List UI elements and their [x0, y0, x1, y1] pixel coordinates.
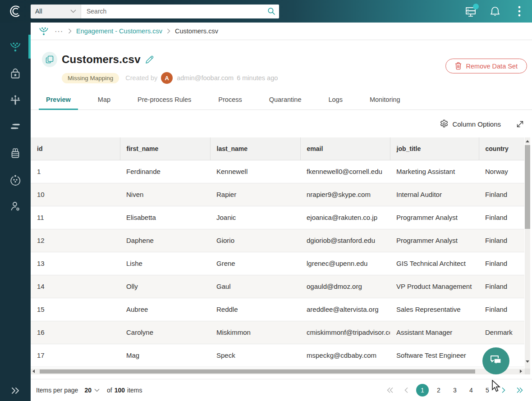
notifications-bell-icon — [490, 6, 500, 17]
horizontal-scrollbar[interactable] — [31, 369, 525, 374]
table-row[interactable]: 13LisheGrenelgrenec@upenn.eduGIS Technic… — [31, 252, 524, 275]
cell-id: 17 — [31, 344, 120, 367]
table-row[interactable]: 14OllyGaulogauld@dmoz.orgVP Product Mana… — [31, 275, 524, 298]
cell-last_name: Miskimmon — [210, 321, 300, 344]
cell-last_name: Grene — [210, 252, 300, 275]
vertical-scrollbar-thumb[interactable] — [525, 145, 530, 229]
cell-job_title: Assistant Manager — [390, 321, 479, 344]
avatar[interactable]: A — [161, 72, 173, 84]
chevron-right-icon — [68, 28, 72, 34]
breadcrumb-parent-link[interactable]: Engagement - Customers.csv — [76, 27, 162, 35]
sidebar-item-network[interactable] — [0, 166, 31, 193]
horizontal-scrollbar-thumb[interactable] — [40, 369, 475, 374]
previous-page-icon — [404, 387, 408, 393]
table-toolbar: Column Options — [440, 115, 532, 133]
sidebar-expand-button[interactable] — [0, 383, 31, 398]
cell-job_title: Programmer Analyst — [390, 229, 479, 252]
tab-bar: Preview Map Pre-process Rules Process Qu… — [31, 89, 532, 110]
cell-first_name: Aubree — [120, 298, 210, 321]
breadcrumb-current: Customers.csv — [175, 27, 218, 35]
previous-page-button[interactable] — [400, 384, 413, 396]
expand-table-button[interactable] — [516, 120, 524, 128]
cell-country: Finland — [479, 298, 524, 321]
edit-pencil-icon[interactable] — [145, 55, 154, 64]
chat-fab-button[interactable] — [482, 347, 509, 374]
status-badge-dot — [473, 4, 479, 9]
column-header-first-name[interactable]: first_name — [120, 137, 210, 160]
scroll-down-arrow-icon[interactable] — [526, 360, 529, 363]
column-header-id[interactable]: id — [31, 137, 120, 160]
server-status-button[interactable] — [464, 5, 477, 18]
tab-pre-process-rules[interactable]: Pre-process Rules — [130, 89, 198, 109]
scroll-left-arrow-icon[interactable] — [32, 369, 35, 373]
tab-quarantine[interactable]: Quarantine — [262, 89, 309, 109]
page-button-4[interactable]: 4 — [465, 384, 477, 396]
lock-star-icon — [9, 67, 22, 80]
first-page-button[interactable] — [384, 384, 396, 396]
page-button-2[interactable]: 2 — [432, 384, 445, 396]
network-nodes-icon — [9, 173, 22, 186]
scroll-up-arrow-icon[interactable] — [526, 140, 529, 142]
table-row[interactable]: 11ElisabettaJoanicejoanica@rakuten.co.jp… — [31, 206, 524, 229]
search-scope-select[interactable]: All — [31, 5, 81, 18]
remove-dataset-label: Remove Data Set — [466, 63, 518, 70]
cell-first_name: Lishe — [120, 252, 210, 275]
items-per-page-select[interactable] — [94, 388, 100, 392]
first-page-icon — [386, 387, 394, 393]
page-button-1[interactable]: 1 — [416, 384, 429, 396]
tab-logs[interactable]: Logs — [321, 89, 349, 109]
last-page-button[interactable] — [514, 384, 526, 396]
cell-first_name: Elisabetta — [120, 206, 210, 229]
sidebar-item-user-admin[interactable] — [0, 193, 31, 219]
cell-email: fkennewell0@cornell.edu — [300, 160, 390, 183]
page-button-3[interactable]: 3 — [449, 384, 461, 396]
cell-email: lgrenec@upenn.edu — [300, 252, 390, 275]
created-time: 6 minutes ago — [237, 74, 278, 82]
cluedin-engage-icon — [9, 40, 22, 54]
column-header-country[interactable]: country — [479, 137, 524, 160]
remove-dataset-button[interactable]: Remove Data Set — [445, 59, 527, 73]
table-row[interactable]: 16CarolyneMiskimmoncmiskimmonf@tripadvis… — [31, 321, 524, 344]
sidebar-item-governance[interactable] — [0, 60, 31, 87]
column-options-button[interactable]: Column Options — [440, 119, 501, 128]
table-row[interactable]: 15AubreeReddleareddlee@altervista.orgSal… — [31, 298, 524, 321]
tab-monitoring[interactable]: Monitoring — [362, 89, 408, 109]
table-row[interactable]: 1FerdinandeKennewellfkennewell0@cornell.… — [31, 160, 524, 183]
cell-last_name: Joanic — [210, 206, 300, 229]
mouse-cursor — [492, 380, 502, 393]
sidebar-item-hierarchy[interactable] — [0, 87, 31, 113]
top-bar: All — [0, 0, 532, 23]
search-button[interactable] — [264, 5, 279, 18]
column-header-job-title[interactable]: job_title — [390, 137, 479, 160]
trash-icon — [455, 62, 462, 70]
cell-id: 13 — [31, 252, 120, 275]
sidebar-item-streams[interactable] — [0, 113, 31, 140]
cell-country: Norway — [479, 160, 524, 183]
notifications-button[interactable] — [489, 5, 501, 18]
cell-id: 10 — [31, 183, 120, 206]
vertical-scrollbar[interactable] — [525, 137, 530, 369]
tab-preview[interactable]: Preview — [39, 89, 78, 109]
cell-first_name: Carolyne — [120, 321, 210, 344]
items-per-page-value[interactable]: 20 — [84, 387, 92, 394]
tab-map[interactable]: Map — [91, 89, 118, 109]
chevron-down-icon — [70, 9, 76, 13]
table-row[interactable]: 17MagSpeckmspeckg@cdbaby.comSoftware Tes… — [31, 344, 524, 367]
cluedin-logo-icon[interactable] — [0, 0, 31, 23]
tab-process[interactable]: Process — [211, 89, 249, 109]
table-row[interactable]: 12DapheneGioriodgioriob@stanford.eduProg… — [31, 229, 524, 252]
sidebar-item-catalog[interactable] — [0, 140, 31, 166]
kebab-menu-icon — [518, 5, 521, 17]
data-preview-table: id first_name last_name email job_title … — [31, 137, 532, 367]
of-label: of — [107, 387, 112, 394]
more-menu-button[interactable] — [513, 5, 526, 18]
breadcrumb-ellipsis-button[interactable]: ··· — [55, 28, 64, 35]
cell-first_name: Mag — [120, 344, 210, 367]
items-per-page-label: Items per page — [36, 387, 78, 394]
table-row[interactable]: 10NivenRapiernrapier9@skype.comInternal … — [31, 183, 524, 206]
search-input[interactable] — [81, 5, 264, 18]
column-header-email[interactable]: email — [300, 137, 390, 160]
sidebar-item-engage[interactable] — [0, 33, 31, 60]
scroll-right-arrow-icon[interactable] — [520, 369, 522, 373]
column-header-last-name[interactable]: last_name — [210, 137, 300, 160]
